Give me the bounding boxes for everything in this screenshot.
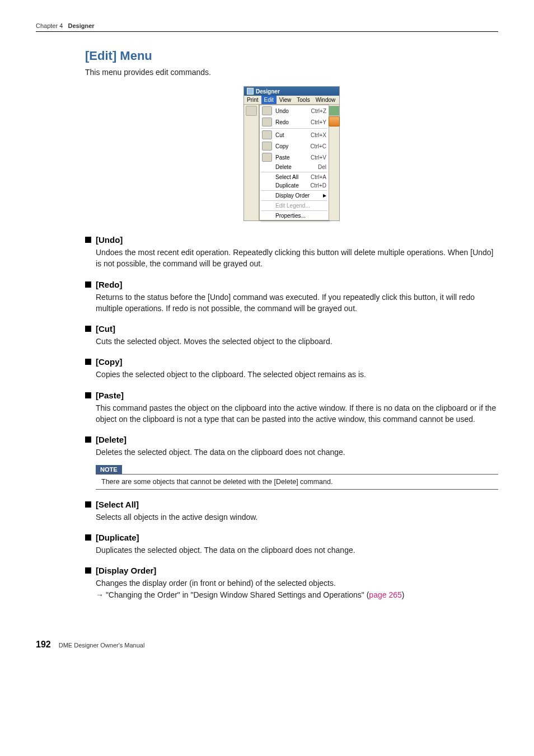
menu-window[interactable]: Window xyxy=(313,96,339,104)
undo-icon xyxy=(262,106,272,115)
edit-menu-screenshot: Designer Print Edit View Tools Window Un… xyxy=(244,87,339,220)
toolbar-icon[interactable] xyxy=(246,106,257,116)
entry-title: [Select All] xyxy=(96,500,139,509)
menu-item-edit-legend: Edit Legend... xyxy=(260,201,329,210)
section-title: [Edit] Menu xyxy=(85,49,498,63)
entry-body: Changes the display order (in front or b… xyxy=(96,577,498,589)
menu-item-cut[interactable]: Cut Ctrl+X xyxy=(260,129,329,140)
menu-item-copy[interactable]: Copy Ctrl+C xyxy=(260,140,329,152)
menu-item-paste[interactable]: Paste Ctrl+V xyxy=(260,152,329,163)
entry-heading: [Delete] xyxy=(85,435,498,444)
note-rule xyxy=(96,489,498,490)
menu-item-undo[interactable]: Undo Ctrl+Z xyxy=(260,105,329,116)
entry-title: [Duplicate] xyxy=(96,533,139,542)
doc-entry: [Undo]Undoes the most recent edit operat… xyxy=(85,235,498,270)
entry-body: Returns to the status before the [Undo] … xyxy=(96,292,498,314)
entry-body: Deletes the selected object. The data on… xyxy=(96,447,498,458)
menu-separator xyxy=(261,210,327,211)
entry-heading: [Cut] xyxy=(85,324,498,334)
doc-entry: [Copy]Copies the selected object to the … xyxy=(85,357,498,380)
doc-entry: [Paste]This command pastes the object on… xyxy=(85,391,498,425)
header-rule xyxy=(36,31,498,32)
toolbar-icon[interactable] xyxy=(329,116,340,126)
menu-item-select-all[interactable]: Select All Ctrl+A xyxy=(260,173,329,181)
running-header: Chapter 4 Designer xyxy=(36,22,498,29)
menu-edit[interactable]: Edit xyxy=(261,96,277,104)
entry-body: Undoes the most recent edit operation. R… xyxy=(96,247,498,270)
menu-tools[interactable]: Tools xyxy=(294,96,312,104)
square-bullet-icon xyxy=(85,436,91,443)
section-intro: This menu provides edit commands. xyxy=(85,68,498,77)
square-bullet-icon xyxy=(85,237,91,243)
crossref-text: → "Changing the Order" in "Design Window… xyxy=(96,590,369,599)
copy-icon xyxy=(262,142,272,151)
edit-dropdown: Undo Ctrl+Z Redo Ctrl+Y Cut Ctrl+X xyxy=(259,105,329,220)
entry-heading: [Paste] xyxy=(85,391,498,400)
doc-entry: [Duplicate]Duplicates the selected objec… xyxy=(85,533,498,556)
square-bullet-icon xyxy=(85,392,91,398)
entry-title: [Redo] xyxy=(96,280,123,289)
app-icon xyxy=(247,88,254,95)
page-link[interactable]: page 265 xyxy=(369,590,401,599)
entry-title: [Paste] xyxy=(96,391,124,400)
entry-title: [Copy] xyxy=(96,357,123,367)
entry-heading: [Display Order] xyxy=(85,566,498,575)
doc-entry: [Display Order]Changes the display order… xyxy=(85,566,498,600)
window-titlebar: Designer xyxy=(244,87,339,96)
menu-item-duplicate[interactable]: Duplicate Ctrl+D xyxy=(260,181,329,190)
doc-entry: [Redo]Returns to the status before the [… xyxy=(85,280,498,314)
entry-crossref: → "Changing the Order" in "Design Window… xyxy=(96,589,498,600)
page-footer: 192 DME Designer Owner's Manual xyxy=(36,640,498,650)
entry-heading: [Select All] xyxy=(85,500,498,509)
entry-heading: [Redo] xyxy=(85,280,498,289)
menu-item-delete[interactable]: Delete Del xyxy=(260,163,329,171)
crossref-text: ) xyxy=(402,590,405,599)
toolbar-left xyxy=(244,105,259,220)
menubar: Print Edit View Tools Window xyxy=(244,96,339,105)
menu-item-redo[interactable]: Redo Ctrl+Y xyxy=(260,116,329,128)
menu-item-properties[interactable]: Properties... xyxy=(260,212,329,220)
paste-icon xyxy=(262,153,272,162)
square-bullet-icon xyxy=(85,281,91,288)
cut-icon xyxy=(262,130,272,139)
square-bullet-icon xyxy=(85,326,91,332)
chapter-label: Chapter 4 xyxy=(36,22,63,29)
submenu-arrow-icon: ▶ xyxy=(323,193,326,198)
toolbar-right xyxy=(329,105,339,220)
entry-body: Copies the selected object to the clipbo… xyxy=(96,369,498,380)
menu-separator xyxy=(261,172,327,172)
doc-entry: [Cut]Cuts the selected object. Moves the… xyxy=(85,324,498,347)
square-bullet-icon xyxy=(85,359,91,365)
entry-title: [Display Order] xyxy=(96,566,156,575)
entry-heading: [Undo] xyxy=(85,235,498,245)
menu-separator xyxy=(261,190,327,191)
square-bullet-icon xyxy=(85,501,91,508)
menu-separator xyxy=(261,200,327,201)
toolbar-icon[interactable] xyxy=(329,106,340,116)
square-bullet-icon xyxy=(85,534,91,541)
square-bullet-icon xyxy=(85,567,91,574)
entry-title: [Undo] xyxy=(96,235,123,245)
menu-print[interactable]: Print xyxy=(244,96,261,104)
entry-body: Duplicates the selected object. The data… xyxy=(96,544,498,556)
note-text: There are some objects that cannot be de… xyxy=(96,475,498,489)
entry-body: This command pastes the object on the cl… xyxy=(96,402,498,425)
entry-title: [Delete] xyxy=(96,435,127,444)
chapter-title: Designer xyxy=(68,22,94,29)
page-number: 192 xyxy=(36,640,51,650)
entry-title: [Cut] xyxy=(96,324,115,334)
menu-item-display-order[interactable]: Display Order ▶ xyxy=(260,191,329,200)
entry-body: Cuts the selected object. Moves the sele… xyxy=(96,336,498,347)
note-box: NOTEThere are some objects that cannot b… xyxy=(96,464,498,490)
menu-separator xyxy=(261,128,327,129)
doc-entry: [Delete]Deletes the selected object. The… xyxy=(85,435,498,489)
doc-entry: [Select All]Selects all objects in the a… xyxy=(85,500,498,523)
entry-heading: [Duplicate] xyxy=(85,533,498,542)
redo-icon xyxy=(262,118,272,126)
menu-view[interactable]: View xyxy=(277,96,294,104)
footer-text: DME Designer Owner's Manual xyxy=(59,642,145,649)
entry-heading: [Copy] xyxy=(85,357,498,367)
note-label: NOTE xyxy=(96,465,122,474)
window-title: Designer xyxy=(256,88,280,95)
entry-body: Selects all objects in the active design… xyxy=(96,511,498,523)
